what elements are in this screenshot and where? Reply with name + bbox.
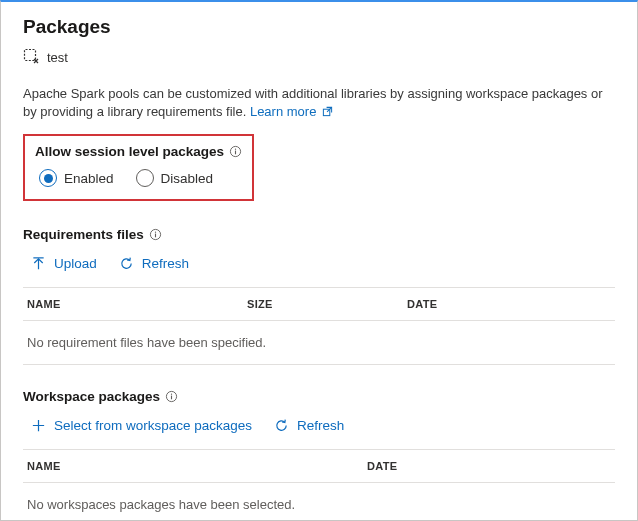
- svg-rect-7: [155, 234, 156, 238]
- enabled-radio-label: Enabled: [64, 171, 114, 186]
- enabled-radio[interactable]: Enabled: [39, 169, 114, 187]
- packages-panel: Packages test Apache Spark pools can be …: [0, 0, 638, 521]
- select-packages-button[interactable]: Select from workspace packages: [29, 416, 254, 435]
- refresh-button-label: Refresh: [142, 256, 189, 271]
- refresh-icon: [119, 256, 134, 271]
- requirements-heading: Requirements files: [23, 227, 615, 242]
- page-title: Packages: [23, 16, 615, 38]
- intro-text-block: Apache Spark pools can be customized wit…: [23, 85, 615, 120]
- upload-button-label: Upload: [54, 256, 97, 271]
- session-packages-highlight: Allow session level packages Enabled Dis…: [23, 134, 254, 201]
- svg-point-3: [235, 149, 236, 150]
- workspace-toolbar: Select from workspace packages Refresh: [23, 416, 615, 435]
- workspace-empty-row: No workspaces packages have been selecte…: [23, 483, 615, 521]
- svg-point-6: [155, 232, 156, 233]
- column-name[interactable]: NAME: [27, 460, 367, 472]
- requirements-toolbar: Upload Refresh: [23, 254, 615, 273]
- learn-more-label: Learn more: [250, 104, 316, 119]
- external-link-icon: [320, 104, 333, 119]
- refresh-icon: [274, 418, 289, 433]
- info-icon[interactable]: [149, 228, 162, 241]
- session-packages-label: Allow session level packages: [35, 144, 242, 159]
- requirements-empty-row: No requirement files have been specified…: [23, 321, 615, 365]
- upload-icon: [31, 256, 46, 271]
- select-packages-label: Select from workspace packages: [54, 418, 252, 433]
- refresh-button[interactable]: Refresh: [117, 254, 191, 273]
- radio-icon: [39, 169, 57, 187]
- requirements-heading-text: Requirements files: [23, 227, 144, 242]
- upload-button[interactable]: Upload: [29, 254, 99, 273]
- requirements-table-header: NAME SIZE DATE: [23, 287, 615, 321]
- svg-rect-4: [235, 151, 236, 155]
- learn-more-link[interactable]: Learn more: [250, 104, 333, 119]
- info-icon[interactable]: [165, 390, 178, 403]
- workspace-table-header: NAME DATE: [23, 449, 615, 483]
- workspace-heading: Workspace packages: [23, 389, 615, 404]
- disabled-radio[interactable]: Disabled: [136, 169, 214, 187]
- svg-point-9: [171, 394, 172, 395]
- workspace-heading-text: Workspace packages: [23, 389, 160, 404]
- disabled-radio-label: Disabled: [161, 171, 214, 186]
- column-size[interactable]: SIZE: [247, 298, 407, 310]
- refresh-button[interactable]: Refresh: [272, 416, 346, 435]
- refresh-button-label: Refresh: [297, 418, 344, 433]
- plus-icon: [31, 418, 46, 433]
- column-date[interactable]: DATE: [367, 460, 611, 472]
- svg-rect-0: [25, 50, 36, 61]
- radio-icon: [136, 169, 154, 187]
- svg-rect-10: [171, 396, 172, 400]
- session-packages-label-text: Allow session level packages: [35, 144, 224, 159]
- spark-pool-icon: [23, 48, 39, 67]
- pool-row: test: [23, 48, 615, 67]
- session-packages-radio-group: Enabled Disabled: [35, 169, 242, 187]
- pool-name: test: [47, 50, 68, 65]
- column-name[interactable]: NAME: [27, 298, 247, 310]
- column-date[interactable]: DATE: [407, 298, 611, 310]
- info-icon[interactable]: [229, 145, 242, 158]
